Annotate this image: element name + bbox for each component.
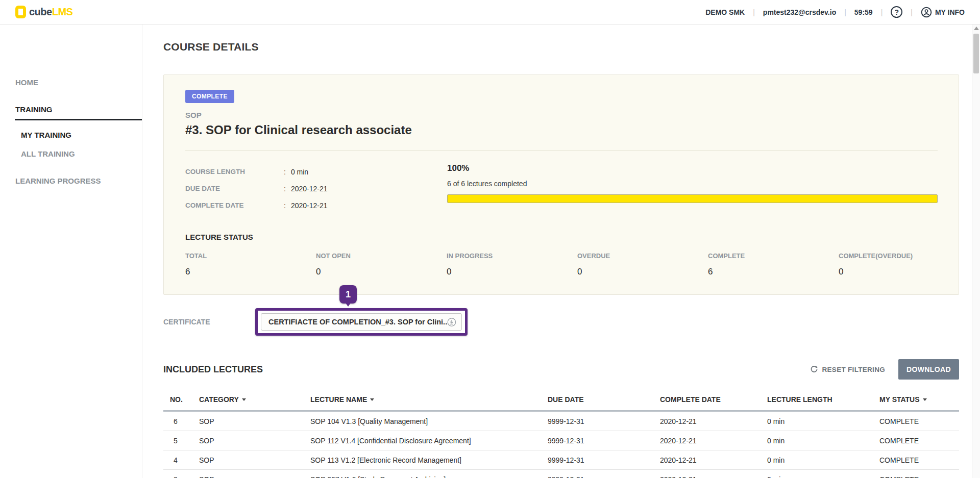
stat-value: 6 xyxy=(708,267,839,277)
row-status: COMPLETE xyxy=(879,456,959,464)
complete-date-label: COMPLETE DATE xyxy=(185,202,284,209)
row-lecture-name[interactable]: SOP 104 V1.3 [Quality Management] xyxy=(310,417,548,425)
scrollbar-thumb[interactable] xyxy=(973,34,979,73)
row-status: COMPLETE xyxy=(879,475,959,478)
included-lectures-header: INCLUDED LECTURES RESET FILTERING DOWNLO… xyxy=(163,359,959,380)
col-lecture-name[interactable]: LECTURE NAME xyxy=(310,395,548,404)
sidebar-item-home[interactable]: HOME xyxy=(15,78,38,87)
sort-arrow-icon xyxy=(242,398,246,401)
stat-label: COMPLETE xyxy=(708,252,839,260)
lecture-status-heading: LECTURE STATUS xyxy=(185,233,938,241)
col-label: NO. xyxy=(170,395,183,404)
stat-label: NOT OPEN xyxy=(316,252,447,260)
row-complete-date: 2020-12-21 xyxy=(660,475,767,478)
logo-text-cube: cube xyxy=(29,6,52,17)
col-label: COMPLETE DATE xyxy=(660,395,721,404)
annotation-step-badge: 1 xyxy=(339,285,357,304)
course-length-label: COURSE LENGTH xyxy=(185,168,284,175)
stat-value: 0 xyxy=(577,267,708,277)
row-category: SOP xyxy=(199,475,310,478)
stat-in-progress: IN PROGRESS 0 xyxy=(447,252,577,277)
account-name: DEMO SMK xyxy=(705,8,745,16)
separator: | xyxy=(844,8,846,16)
download-icon xyxy=(447,316,456,328)
col-complete-date: COMPLETE DATE xyxy=(660,395,767,404)
sidebar-item-my-training[interactable]: MY TRAINING xyxy=(21,131,71,139)
my-info-label: MY INFO xyxy=(935,8,965,16)
colon: : xyxy=(284,185,286,193)
row-no: 6 xyxy=(163,417,199,425)
separator: | xyxy=(881,8,883,16)
due-date-value: 2020-12-21 xyxy=(291,185,328,193)
stat-label: OVERDUE xyxy=(577,252,708,260)
logo-text-lms: LMS xyxy=(52,6,73,17)
stat-not-open: NOT OPEN 0 xyxy=(316,252,447,277)
row-no: 5 xyxy=(163,437,199,445)
progress-percent: 100% xyxy=(447,163,938,173)
course-title: #3. SOP for Clinical research associate xyxy=(185,123,938,137)
col-category[interactable]: CATEGORY xyxy=(199,395,310,404)
sidebar-nav: HOME TRAINING MY TRAINING ALL TRAINING L… xyxy=(0,24,142,478)
certificate-download-button[interactable]: CERTIFIACTE OF COMPLETION_#3. SOP for Cl… xyxy=(261,313,462,331)
col-due-date: DUE DATE xyxy=(548,395,660,404)
annotation-highlight-box: CERTIFIACTE OF COMPLETION_#3. SOP for Cl… xyxy=(255,308,468,336)
stat-value: 6 xyxy=(185,267,316,277)
row-lecture-length: 0 min xyxy=(767,417,879,425)
vertical-scrollbar[interactable] xyxy=(972,24,980,478)
main-content: COURSE DETAILS COMPLETE SOP #3. SOP for … xyxy=(143,24,972,478)
active-section-underline xyxy=(15,119,142,120)
certificate-file-name: CERTIFIACTE OF COMPLETION_#3. SOP for Cl… xyxy=(268,318,447,326)
lectures-table: NO. CATEGORY LECTURE NAME DUE DATE COMPL… xyxy=(163,388,959,478)
row-lecture-name[interactable]: SOP 207 V1.6 [Study Document Archiving] xyxy=(310,475,548,478)
row-lecture-name[interactable]: SOP 112 V1.4 [Confidential Disclosure Ag… xyxy=(310,437,548,445)
sidebar-item-all-training[interactable]: ALL TRAINING xyxy=(21,149,75,158)
table-row[interactable]: 3 SOP SOP 207 V1.6 [Study Document Archi… xyxy=(163,470,959,478)
certificate-label: CERTIFICATE xyxy=(163,318,210,326)
table-row[interactable]: 4 SOP SOP 113 V1.2 [Electronic Record Ma… xyxy=(163,450,959,470)
course-info-list: COURSE LENGTH : 0 min DUE DATE : 2020-12… xyxy=(185,163,447,214)
row-lecture-name[interactable]: SOP 113 V1.2 [Electronic Record Manageme… xyxy=(310,456,548,464)
table-row[interactable]: 5 SOP SOP 112 V1.4 [Confidential Disclos… xyxy=(163,431,959,450)
col-no: NO. xyxy=(163,395,199,404)
stat-label: TOTAL xyxy=(185,252,316,260)
row-lecture-length: 0 min xyxy=(767,456,879,464)
col-label: LECTURE NAME xyxy=(310,395,367,404)
sidebar-item-learning-progress[interactable]: LEARNING PROGRESS xyxy=(15,177,101,185)
scroll-up-arrow-icon[interactable] xyxy=(974,27,979,30)
row-no: 4 xyxy=(163,456,199,464)
reset-filtering-button[interactable]: RESET FILTERING xyxy=(810,365,885,373)
download-button[interactable]: DOWNLOAD xyxy=(898,359,959,380)
progress-bar xyxy=(447,194,938,203)
top-header: cubeLMS DEMO SMK | pmtest232@crsdev.io |… xyxy=(0,0,980,24)
sort-arrow-icon xyxy=(370,398,374,401)
col-my-status[interactable]: MY STATUS xyxy=(879,395,959,404)
sidebar-item-training[interactable]: TRAINING xyxy=(15,105,53,114)
user-email: pmtest232@crsdev.io xyxy=(763,8,836,16)
certificate-section: CERTIFICATE CERTIFIACTE OF COMPLETION_#3… xyxy=(163,308,959,336)
progress-panel: 100% 6 of 6 lectures completed xyxy=(447,163,938,214)
app-logo[interactable]: cubeLMS xyxy=(15,6,72,18)
row-due-date: 9999-12-31 xyxy=(548,456,660,464)
separator: | xyxy=(753,8,755,16)
stat-label: COMPLETE(OVERDUE) xyxy=(839,252,913,260)
separator: | xyxy=(911,8,913,16)
stat-complete: COMPLETE 6 xyxy=(708,252,839,277)
colon: : xyxy=(284,168,286,176)
session-timer: 59:59 xyxy=(854,8,873,16)
stat-label: IN PROGRESS xyxy=(447,252,577,260)
stat-complete-overdue: COMPLETE(OVERDUE) 0 xyxy=(839,252,913,277)
row-category: SOP xyxy=(199,437,310,445)
logo-cube-icon xyxy=(15,6,26,18)
colon: : xyxy=(284,202,286,210)
help-icon[interactable]: ? xyxy=(891,6,902,18)
col-label: MY STATUS xyxy=(879,395,920,404)
my-info-button[interactable]: MY INFO xyxy=(921,7,965,18)
course-length-row: COURSE LENGTH : 0 min xyxy=(185,163,447,180)
stat-total: TOTAL 6 xyxy=(185,252,316,277)
stat-value: 0 xyxy=(447,267,577,277)
status-badge: COMPLETE xyxy=(185,90,234,103)
refresh-icon xyxy=(810,365,818,373)
table-row[interactable]: 6 SOP SOP 104 V1.3 [Quality Management] … xyxy=(163,412,959,431)
due-date-label: DUE DATE xyxy=(185,185,284,192)
course-category: SOP xyxy=(185,111,938,119)
